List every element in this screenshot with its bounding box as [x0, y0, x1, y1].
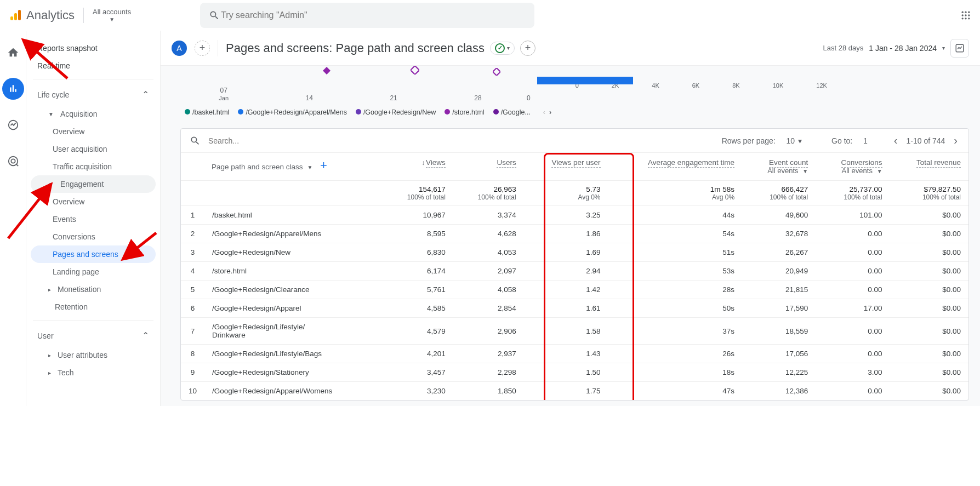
search-icon	[190, 135, 201, 146]
search-input[interactable]	[220, 10, 526, 21]
x-tick: 07Jan	[219, 87, 229, 102]
add-segment-button[interactable]: +	[195, 41, 210, 56]
page-header: A + Pages and screens: Page path and scr…	[161, 31, 980, 66]
sidebar-traffic-acquisition[interactable]: Traffic acquisition	[31, 158, 156, 175]
prev-page-button[interactable]: ‹	[892, 134, 900, 147]
advertising-icon[interactable]	[2, 150, 24, 172]
sidebar-pages-screens[interactable]: Pages and screens	[31, 245, 156, 263]
data-marker-icon	[493, 68, 500, 76]
sidebar-tech[interactable]: ▸Tech	[31, 364, 156, 381]
caret-right-icon: ▸	[48, 370, 51, 376]
next-page-button[interactable]: ›	[951, 134, 960, 147]
chart-row: 07Jan142128 0 02K4K6K8K10K12K	[180, 69, 969, 102]
chevron-down-icon: ▾	[507, 45, 510, 51]
sidebar-section-user[interactable]: User⌃	[31, 325, 156, 346]
sidebar-reports-snapshot[interactable]: Reports snapshot	[31, 39, 156, 57]
table-row[interactable]: 1/basket.html10,9673,3743.2544s49,600101…	[181, 206, 968, 225]
chevron-up-icon: ⌃	[142, 89, 149, 100]
legend-item[interactable]: /Google...	[493, 108, 531, 116]
legend-item[interactable]: /basket.html	[185, 108, 229, 116]
col-conversions[interactable]: ConversionsAll events ▼	[816, 153, 890, 181]
table-row[interactable]: 4/store.html6,1742,0972.9453s20,9490.00$…	[181, 262, 968, 281]
table-row[interactable]: 7/Google+Redesign/Lifestyle/Drinkware4,5…	[181, 318, 968, 345]
bar-tick: 4K	[652, 82, 659, 89]
add-dimension-button[interactable]: +	[320, 158, 327, 172]
bar-tick: 10K	[773, 82, 784, 89]
svg-point-8	[968, 14, 970, 16]
col-aet[interactable]: Average engagement time	[608, 153, 743, 181]
table-row[interactable]: 9/Google+Redesign/Stationery3,4572,2981.…	[181, 363, 968, 382]
table-search-input[interactable]	[207, 136, 317, 146]
svg-point-6	[962, 14, 964, 16]
rows-per-page[interactable]: Rows per page: 10 ▾	[722, 136, 802, 145]
legend-item[interactable]: /store.html	[445, 108, 484, 116]
global-search[interactable]	[200, 3, 534, 28]
line-chart: 07Jan142128	[180, 69, 520, 102]
go-to-page[interactable]: Go to: 1	[831, 136, 868, 145]
analytics-icon	[9, 9, 22, 22]
page-title: Pages and screens: Page path and screen …	[226, 41, 535, 56]
table-row[interactable]: 5/Google+Redesign/Clearance5,7614,0581.4…	[181, 281, 968, 299]
sidebar-engagement[interactable]: ▼Engagement	[31, 175, 156, 193]
top-header: Analytics All accounts ▼	[0, 0, 980, 31]
svg-rect-0	[10, 16, 13, 20]
caret-right-icon: ▸	[48, 287, 51, 293]
status-badge[interactable]: ✓ ▾	[490, 42, 515, 55]
sidebar-section-lifecycle[interactable]: Life cycle⌃	[31, 84, 156, 105]
col-views[interactable]: ↓Views	[383, 153, 453, 181]
chevron-down-icon: ▾	[798, 136, 802, 145]
legend-item[interactable]: /Google+Redesign/New	[356, 108, 436, 116]
bar-chart: 02K4K6K8K10K12K	[537, 80, 969, 102]
logo[interactable]: Analytics	[9, 8, 75, 22]
col-dimension[interactable]: Page path and screen class ▼ +	[181, 153, 383, 181]
insights-icon[interactable]	[950, 39, 969, 58]
col-vpu[interactable]: Views per user	[524, 153, 608, 181]
explore-icon[interactable]	[2, 114, 24, 136]
sidebar-retention[interactable]: Retention	[31, 298, 156, 316]
search-icon	[209, 10, 220, 21]
legend-nav[interactable]: ‹ ›	[539, 108, 551, 116]
sidebar-conversions[interactable]: Conversions	[31, 228, 156, 245]
sidebar-landing-page[interactable]: Landing page	[31, 263, 156, 281]
svg-rect-2	[18, 10, 21, 20]
segment-avatar[interactable]: A	[172, 41, 187, 56]
sidebar-acq-overview[interactable]: Overview	[31, 123, 156, 140]
x-tick: 14	[306, 94, 313, 102]
apps-icon[interactable]	[960, 10, 971, 21]
date-range-picker[interactable]: Last 28 days 1 Jan - 28 Jan 2024 ▾	[823, 39, 969, 58]
chevron-down-icon: ▼	[305, 164, 312, 170]
svg-rect-1	[14, 13, 17, 20]
data-marker-icon	[411, 66, 419, 75]
table-row[interactable]: 8/Google+Redesign/Lifestyle/Bags4,2012,9…	[181, 345, 968, 363]
col-events[interactable]: Event countAll events ▼	[742, 153, 816, 181]
main: A + Pages and screens: Page path and scr…	[161, 31, 980, 406]
table-row[interactable]: 3/Google+Redesign/New6,8304,0531.6951s26…	[181, 243, 968, 262]
sort-desc-icon: ↓	[421, 159, 425, 167]
col-users[interactable]: Users	[453, 153, 524, 181]
sidebar-user-attributes[interactable]: ▸User attributes	[31, 346, 156, 364]
check-icon: ✓	[495, 43, 505, 53]
y-axis-zero: 0	[527, 94, 531, 102]
x-tick: 28	[474, 94, 481, 102]
sidebar-monetisation[interactable]: ▸Monetisation	[31, 281, 156, 298]
svg-line-15	[16, 164, 18, 167]
table-row[interactable]: 10/Google+Redesign/Apparel/Womens3,2301,…	[181, 382, 968, 401]
sidebar-eng-overview[interactable]: Overview	[31, 193, 156, 210]
caret-down-icon: ▼	[48, 181, 54, 187]
home-icon[interactable]	[2, 42, 24, 64]
reports-icon[interactable]	[2, 78, 24, 100]
legend-item[interactable]: /Google+Redesign/Apparel/Mens	[238, 108, 347, 116]
add-comparison-button[interactable]: +	[520, 41, 535, 56]
chevron-up-icon: ⌃	[142, 330, 149, 341]
sidebar-user-acquisition[interactable]: User acquisition	[31, 140, 156, 158]
chevron-down-icon: ▼	[875, 168, 882, 174]
sidebar-events[interactable]: Events	[31, 210, 156, 228]
sidebar-acquisition[interactable]: ▼Acquisition	[31, 105, 156, 123]
table-row[interactable]: 2/Google+Redesign/Apparel/Mens8,5954,628…	[181, 225, 968, 243]
col-revenue[interactable]: Total revenue	[890, 153, 968, 181]
table-row[interactable]: 6/Google+Redesign/Apparel4,5852,8541.615…	[181, 299, 968, 318]
iconbar	[0, 31, 26, 406]
bar-tick: 12K	[816, 82, 827, 89]
sidebar-realtime[interactable]: Real-time	[31, 57, 156, 75]
accounts-dropdown[interactable]: All accounts ▼	[93, 8, 131, 22]
